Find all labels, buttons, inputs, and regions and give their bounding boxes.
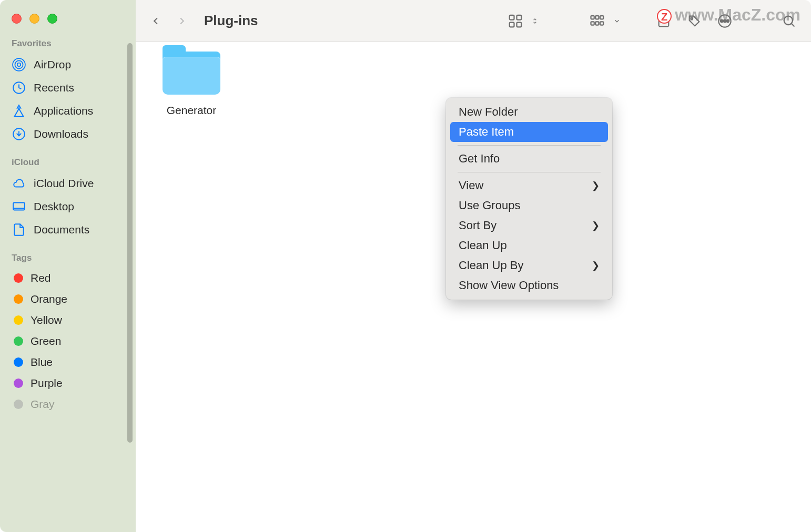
menu-item-label: Get Info [459,152,500,166]
menu-item-label: Sort By [459,219,496,232]
tag-dot-icon [14,336,23,346]
clock-icon [12,80,26,95]
view-mode-control[interactable] [504,9,540,33]
svg-rect-9 [517,22,522,27]
svg-point-21 [727,19,729,22]
toolbar: Plug-ins [136,0,811,42]
svg-rect-11 [595,16,599,19]
menu-item-label: Paste Item [459,125,514,139]
svg-rect-15 [600,22,603,25]
tag-button[interactable] [683,9,706,33]
content-area[interactable]: Generator New Folder Paste Item Get Info… [136,42,811,532]
folder-generator[interactable]: Generator [155,52,228,117]
sidebar-item-airdrop[interactable]: AirDrop [0,53,136,76]
sidebar-item-label: Applications [34,105,93,117]
sidebar-item-label: Recents [34,81,74,94]
sidebar-section-favorites: Favorites [0,24,136,53]
back-button[interactable] [146,12,165,30]
sidebar-item-applications[interactable]: Applications [0,99,136,122]
minimize-button[interactable] [29,14,39,24]
menu-item-label: View [459,179,483,192]
svg-rect-14 [595,22,599,25]
chevron-right-icon: ❯ [592,180,600,191]
svg-point-22 [784,16,793,24]
finder-window: Favorites AirDrop Recents Applications D… [0,0,811,532]
menu-use-groups[interactable]: Use Groups [450,196,608,216]
sidebar-tag-red[interactable]: Red [0,268,136,289]
menu-paste-item[interactable]: Paste Item [450,122,608,142]
share-button[interactable] [652,9,675,33]
tag-dot-icon [14,315,23,325]
maximize-button[interactable] [47,14,57,24]
menu-view[interactable]: View ❯ [450,176,608,196]
svg-point-19 [724,19,726,22]
search-button[interactable] [777,9,800,33]
svg-point-0 [17,63,21,67]
sidebar-section-icloud: iCloud [0,146,136,172]
chevron-down-icon [612,9,622,33]
close-button[interactable] [12,14,22,24]
menu-get-info[interactable]: Get Info [450,149,608,169]
document-icon [12,222,26,237]
group-icon [586,9,609,33]
sidebar-tag-blue[interactable]: Blue [0,352,136,373]
cloud-icon [12,176,26,191]
svg-rect-5 [13,202,25,210]
apps-icon [12,104,26,118]
svg-rect-7 [517,15,522,19]
menu-clean-up-by[interactable]: Clean Up By ❯ [450,255,608,275]
window-controls [0,0,136,24]
sidebar-item-label: Red [31,272,51,284]
main-pane: Plug-ins [136,0,811,532]
menu-item-label: Show View Options [459,279,559,292]
sidebar-item-label: Green [31,335,61,347]
sidebar-item-desktop[interactable]: Desktop [0,195,136,218]
sidebar-scrollbar[interactable] [127,43,133,443]
forward-button[interactable] [173,12,191,30]
sidebar-tag-orange[interactable]: Orange [0,289,136,310]
tag-dot-icon [14,273,23,283]
menu-clean-up[interactable]: Clean Up [450,236,608,255]
sidebar-item-icloud-drive[interactable]: iCloud Drive [0,172,136,195]
sidebar-item-recents[interactable]: Recents [0,76,136,99]
menu-item-label: Clean Up By [459,259,524,272]
tag-dot-icon [14,378,23,388]
menu-separator [458,172,601,172]
sidebar-item-label: Gray [31,398,55,411]
icon-view-icon [504,9,527,33]
menu-sort-by[interactable]: Sort By ❯ [450,216,608,236]
sidebar-item-label: Purple [31,377,63,390]
menu-item-label: New Folder [459,105,518,119]
download-icon [12,127,26,141]
airdrop-icon [12,57,26,72]
sidebar-item-documents[interactable]: Documents [0,218,136,241]
window-title: Plug-ins [204,13,258,29]
sidebar-tag-green[interactable]: Green [0,331,136,352]
sidebar: Favorites AirDrop Recents Applications D… [0,0,136,532]
sidebar-item-label: Downloads [34,128,88,140]
svg-rect-8 [510,22,514,27]
tag-dot-icon [14,294,23,304]
menu-item-label: Use Groups [459,199,520,212]
menu-new-folder[interactable]: New Folder [450,102,608,122]
tag-dot-icon [14,400,23,409]
svg-point-20 [721,19,723,22]
menu-show-view-options[interactable]: Show View Options [450,275,608,295]
menu-separator [458,145,601,146]
svg-point-1 [15,60,23,68]
action-button[interactable] [713,9,736,33]
folder-label: Generator [167,104,217,117]
sidebar-item-label: AirDrop [34,58,71,71]
svg-rect-12 [600,16,603,19]
sidebar-item-label: iCloud Drive [34,177,94,190]
svg-point-17 [691,17,693,19]
sidebar-tag-purple[interactable]: Purple [0,373,136,394]
svg-rect-10 [591,16,594,19]
group-by-control[interactable] [586,9,622,33]
svg-rect-6 [510,15,514,19]
sidebar-item-label: Yellow [31,314,62,326]
sidebar-tag-gray[interactable]: Gray [0,394,136,415]
sidebar-tag-yellow[interactable]: Yellow [0,310,136,331]
sidebar-section-tags: Tags [0,241,136,268]
sidebar-item-downloads[interactable]: Downloads [0,122,136,146]
